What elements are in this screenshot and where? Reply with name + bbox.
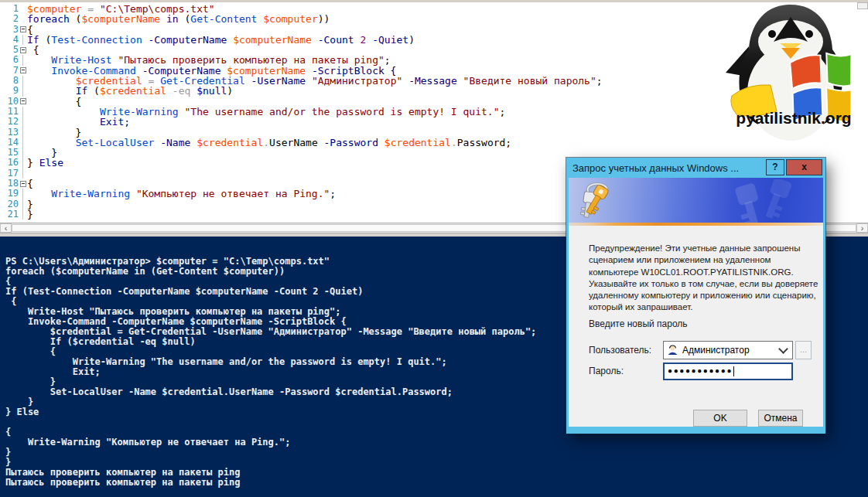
- chevron-down-icon[interactable]: [778, 344, 788, 354]
- code-text: }: [27, 148, 57, 158]
- fold-gutter: [19, 179, 27, 189]
- user-combobox[interactable]: Администратор: [663, 341, 793, 359]
- fold-gutter: [19, 209, 27, 220]
- fold-guide-line: [22, 117, 23, 127]
- code-text: Write-Warning "Компьютер не отвечает на …: [27, 189, 336, 199]
- fold-gutter: [19, 97, 27, 107]
- dialog-title: Запрос учетных данных Windows ...: [569, 159, 766, 174]
- line-number: 11: [0, 107, 19, 117]
- line-number: 8: [0, 76, 19, 86]
- code-text: {: [27, 97, 81, 107]
- line-number: 6: [0, 55, 19, 65]
- line-number: 15: [0, 148, 19, 158]
- vertical-scrollbar-up-icon[interactable]: [857, 2, 868, 9]
- fold-gutter: [19, 199, 27, 209]
- powershell-ise-window: 1$computer = "C:\Temp\comps.txt"2foreach…: [0, 0, 868, 497]
- code-text: }: [27, 128, 81, 138]
- code-text: {: [27, 179, 33, 189]
- warning-text: Предупреждение! Эти учетные данные запро…: [589, 243, 819, 314]
- fold-guide-line: [22, 199, 23, 209]
- code-text: $credential = Get-Credential -UserName "…: [27, 76, 603, 86]
- fold-guide-line: [22, 169, 23, 179]
- user-label: Пользователь:: [589, 345, 663, 356]
- fold-gutter: [19, 107, 27, 117]
- fold-guide-line: [22, 189, 23, 199]
- pyatilistnik-logo: pyatilistnik.org: [726, 2, 856, 150]
- fold-gutter: [19, 55, 27, 65]
- line-number: 17: [0, 169, 19, 179]
- dialog-titlebar[interactable]: Запрос учетных данных Windows ... ? x: [569, 159, 823, 178]
- line-number: 14: [0, 138, 19, 148]
- code-text: Invoke-Command -ComputerName $computerNa…: [27, 66, 396, 76]
- line-number: 18: [0, 179, 19, 189]
- logo-text: pyatilistnik.org: [736, 109, 851, 127]
- line-number: 12: [0, 117, 19, 127]
- code-text: If ($credential -eq $null): [27, 86, 233, 96]
- line-number: 5: [0, 45, 19, 55]
- password-label: Пароль:: [589, 366, 663, 376]
- fold-guide-line: [22, 148, 23, 158]
- fold-collapse-icon[interactable]: [20, 26, 26, 32]
- penguin-eye-left: [768, 30, 776, 38]
- code-text: {: [27, 25, 33, 35]
- password-dots: ●●●●●●●●●●●: [668, 367, 733, 375]
- line-number: 4: [0, 35, 19, 45]
- password-input[interactable]: ●●●●●●●●●●●: [663, 363, 793, 380]
- fold-guide-line: [22, 86, 23, 96]
- code-text: Write-Host "Пытаюсь проверить компьютер …: [27, 55, 391, 65]
- fold-guide-line: [22, 76, 23, 86]
- fold-collapse-icon[interactable]: [20, 181, 26, 187]
- fold-guide-line: [22, 138, 23, 148]
- password-prompt: Введите новый пароль: [589, 318, 812, 330]
- code-text: } Else: [27, 158, 63, 168]
- line-number: 20: [0, 199, 19, 209]
- line-number: 21: [0, 209, 19, 220]
- help-button[interactable]: ?: [766, 159, 784, 175]
- fold-gutter: [19, 169, 27, 179]
- code-text: foreach ($computerName in (Get-Content $…: [27, 14, 330, 24]
- code-text: {: [27, 45, 39, 55]
- line-number: 9: [0, 86, 19, 96]
- more-options-button: ...: [795, 341, 812, 359]
- fold-guide-line: [22, 209, 23, 220]
- scroll-left-icon[interactable]: ‹: [0, 223, 12, 233]
- fold-collapse-icon[interactable]: [20, 98, 26, 104]
- line-number: 19: [0, 189, 19, 199]
- code-text: $computer = "C:\Temp\comps.txt": [27, 4, 215, 14]
- credential-dialog: Запрос учетных данных Windows ... ? x: [566, 158, 825, 434]
- code-text: }: [27, 199, 33, 209]
- ok-button[interactable]: OK: [693, 410, 747, 427]
- fold-gutter: [19, 189, 27, 199]
- dialog-banner: [569, 178, 823, 226]
- fold-guide-line: [22, 107, 23, 117]
- line-number: 3: [0, 25, 19, 35]
- code-text: }: [27, 209, 33, 220]
- fold-gutter: [19, 66, 27, 76]
- cancel-button[interactable]: Отмена: [758, 410, 803, 427]
- fold-collapse-icon[interactable]: [20, 67, 26, 73]
- line-number: 2: [0, 14, 19, 24]
- fold-gutter: [19, 148, 27, 158]
- fold-collapse-icon[interactable]: [20, 47, 26, 53]
- fold-guide-line: [22, 128, 23, 138]
- keys-icon: [577, 181, 622, 223]
- fold-gutter: [19, 35, 27, 45]
- banner-divider: [569, 223, 823, 226]
- user-icon: [667, 344, 678, 356]
- scroll-right-icon[interactable]: ›: [856, 223, 868, 233]
- fold-guide-line: [22, 158, 23, 168]
- line-number: 10: [0, 97, 19, 107]
- code-text: Set-LocalUser -Name $credential.UserName…: [27, 138, 511, 148]
- fold-gutter: [19, 86, 27, 96]
- fold-gutter: [19, 4, 27, 14]
- fold-gutter: [19, 158, 27, 168]
- fold-gutter: [19, 45, 27, 55]
- close-button[interactable]: x: [786, 159, 822, 175]
- penguin-eye-right: [805, 30, 813, 38]
- watermark-keys-icon: [716, 179, 809, 226]
- fold-gutter: [19, 138, 27, 148]
- fold-guide-line: [22, 55, 23, 65]
- console-line: }: [5, 448, 868, 458]
- line-number: 13: [0, 128, 19, 138]
- line-number: 1: [0, 4, 19, 14]
